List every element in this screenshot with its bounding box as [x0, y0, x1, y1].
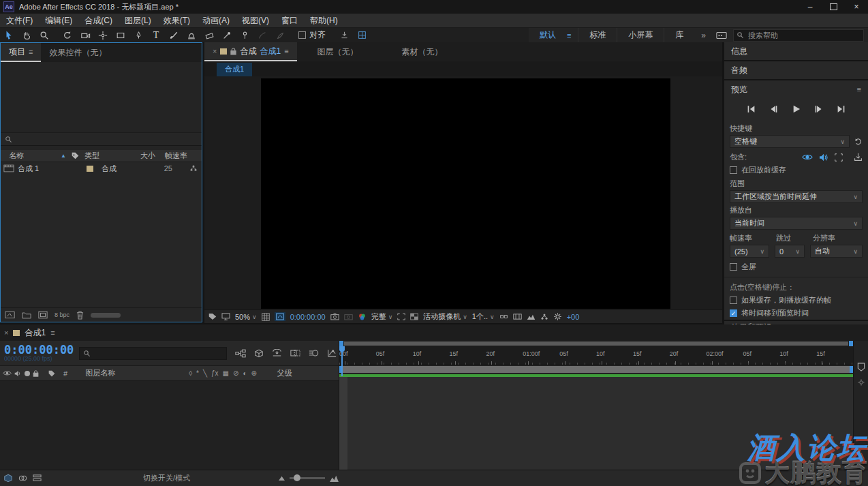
- mask-visibility-icon[interactable]: [275, 312, 285, 321]
- workspace-standard[interactable]: 标准: [578, 28, 617, 42]
- interpret-footage-icon[interactable]: [5, 311, 15, 319]
- resolution-preview-dropdown[interactable]: 自动 ∨: [810, 245, 863, 258]
- timeline-search-input[interactable]: [93, 348, 223, 358]
- exposure-value[interactable]: +00: [567, 313, 580, 321]
- pixel-aspect-icon[interactable]: [513, 313, 522, 320]
- camera-view-dropdown[interactable]: 活动摄像机 ∨: [423, 312, 467, 322]
- layer-name-column[interactable]: 图层名称: [85, 368, 115, 378]
- tab-project[interactable]: 项目 ≡: [1, 43, 41, 62]
- video-eye-icon[interactable]: [3, 370, 12, 376]
- menu-animation[interactable]: 动画(A): [196, 14, 236, 27]
- camera-tool-icon[interactable]: [76, 28, 94, 42]
- tab-layer[interactable]: 图层（无）: [309, 42, 367, 61]
- workspace-small-screen[interactable]: 小屏幕: [617, 28, 664, 42]
- preview-panel-title[interactable]: 预览: [731, 84, 747, 95]
- menu-window[interactable]: 窗口: [275, 14, 304, 27]
- quality-switch-icon[interactable]: ╲: [203, 369, 207, 377]
- project-search-input[interactable]: [16, 134, 198, 145]
- cache-before-playback-checkbox[interactable]: [730, 166, 737, 174]
- help-search-input[interactable]: [747, 31, 861, 40]
- snapping-control[interactable]: 对齐: [298, 29, 326, 41]
- pan-behind-tool-icon[interactable]: [94, 28, 112, 42]
- view-layout-dropdown[interactable]: 1个.. ∨: [472, 312, 495, 322]
- adjustment-switch-icon[interactable]: ◐: [243, 369, 247, 377]
- grid-guides-icon[interactable]: [262, 313, 270, 321]
- clone-stamp-tool-icon[interactable]: [183, 28, 200, 42]
- magnification-dropdown[interactable]: 50% ∨: [235, 313, 257, 321]
- timeline-horizontal-scrollbar[interactable]: [339, 341, 853, 346]
- include-overlays-icon[interactable]: [835, 153, 843, 162]
- close-tab-icon[interactable]: ×: [4, 329, 8, 337]
- sort-asc-icon[interactable]: ▲: [61, 153, 72, 159]
- brush-tool-icon[interactable]: [165, 28, 183, 42]
- layer-number-column[interactable]: #: [63, 369, 67, 378]
- expand-transfer-controls-icon[interactable]: [18, 474, 27, 483]
- help-search[interactable]: [733, 29, 864, 42]
- scrollbar-left-cap[interactable]: [339, 341, 343, 346]
- horizontal-scrollbar[interactable]: [91, 313, 121, 318]
- tab-footage[interactable]: 素材（无）: [394, 42, 451, 61]
- menu-effect[interactable]: 效果(T): [157, 14, 196, 27]
- label-color-chip[interactable]: [87, 166, 93, 172]
- panel-options-icon[interactable]: [713, 28, 730, 42]
- toggle-switches-modes-button[interactable]: 切换开关/模式: [143, 473, 190, 483]
- framerate-dropdown[interactable]: (25) ∨: [730, 245, 769, 258]
- zoom-slider-knob[interactable]: [294, 474, 300, 481]
- draft-3d-icon[interactable]: [254, 349, 264, 358]
- share-view-icon[interactable]: [499, 313, 508, 320]
- always-preview-icon[interactable]: [208, 313, 217, 320]
- play-button[interactable]: [790, 104, 803, 115]
- close-tab-icon[interactable]: ×: [213, 47, 217, 55]
- workspace-library[interactable]: 库: [664, 28, 694, 42]
- scrollbar-thumb[interactable]: [344, 341, 848, 346]
- audio-panel-title[interactable]: 音频: [731, 65, 747, 76]
- panel-menu-icon[interactable]: ≡: [29, 48, 33, 56]
- play-cached-checkbox[interactable]: [730, 297, 737, 304]
- show-channel-icon[interactable]: [358, 313, 367, 321]
- snapshot-icon[interactable]: [330, 313, 339, 320]
- comp-marker-bin-icon[interactable]: [857, 363, 865, 371]
- expand-inout-panes-icon[interactable]: [33, 474, 42, 483]
- include-audio-speaker-icon[interactable]: [819, 153, 828, 162]
- menu-view[interactable]: 视图(V): [236, 14, 275, 27]
- playhead[interactable]: [339, 346, 346, 376]
- project-search[interactable]: [1, 133, 202, 146]
- close-button[interactable]: ×: [845, 0, 868, 14]
- previous-frame-button[interactable]: [767, 104, 781, 115]
- panel-menu-icon[interactable]: ≡: [284, 47, 288, 55]
- lock-icon[interactable]: [33, 370, 39, 377]
- lock-icon[interactable]: [230, 48, 236, 55]
- viewer-timecode[interactable]: 0:00:00:00: [290, 313, 326, 321]
- grid-options-icon[interactable]: [353, 28, 371, 42]
- timeline-search[interactable]: [79, 347, 227, 360]
- tab-effect-controls[interactable]: 效果控件（无）: [41, 43, 114, 62]
- fast-previews-icon[interactable]: [527, 313, 536, 321]
- snap-options-icon[interactable]: [335, 28, 353, 42]
- roto-brush-tool-icon[interactable]: [218, 28, 236, 42]
- fullscreen-checkbox[interactable]: [730, 263, 737, 271]
- menu-help[interactable]: 帮助(H): [304, 14, 344, 27]
- type-tool-icon[interactable]: T: [147, 28, 165, 42]
- panel-menu-icon[interactable]: ≡: [50, 329, 55, 337]
- main-viewer-icon[interactable]: [221, 313, 230, 320]
- frame-blending-icon[interactable]: [290, 349, 300, 358]
- workspace-default[interactable]: 默认: [529, 28, 567, 42]
- selection-tool-icon[interactable]: [0, 28, 18, 42]
- transparency-grid-icon[interactable]: [410, 313, 418, 320]
- column-fps[interactable]: 帧速率: [155, 151, 187, 161]
- label-column-icon[interactable]: [48, 370, 55, 377]
- project-bpc-label[interactable]: 8 bpc: [55, 312, 69, 318]
- new-composition-icon[interactable]: [38, 311, 48, 319]
- motion-blur-icon[interactable]: [309, 349, 319, 358]
- settings-gear-icon[interactable]: [553, 312, 562, 321]
- play-from-dropdown[interactable]: 当前时间 ∨: [730, 217, 863, 230]
- scrollbar-right-cap[interactable]: [849, 341, 853, 346]
- menu-layer[interactable]: 图层(L): [119, 14, 157, 27]
- minimize-button[interactable]: –: [799, 0, 822, 14]
- delete-icon[interactable]: [76, 311, 84, 320]
- render-graph-icon[interactable]: [540, 313, 548, 321]
- shortcut-dropdown[interactable]: 空格键 ∨: [730, 135, 850, 148]
- frame-blend-switch-icon[interactable]: ▦: [223, 369, 229, 377]
- current-timecode[interactable]: 0:00:00:00: [4, 345, 74, 355]
- hand-tool-icon[interactable]: [18, 28, 35, 42]
